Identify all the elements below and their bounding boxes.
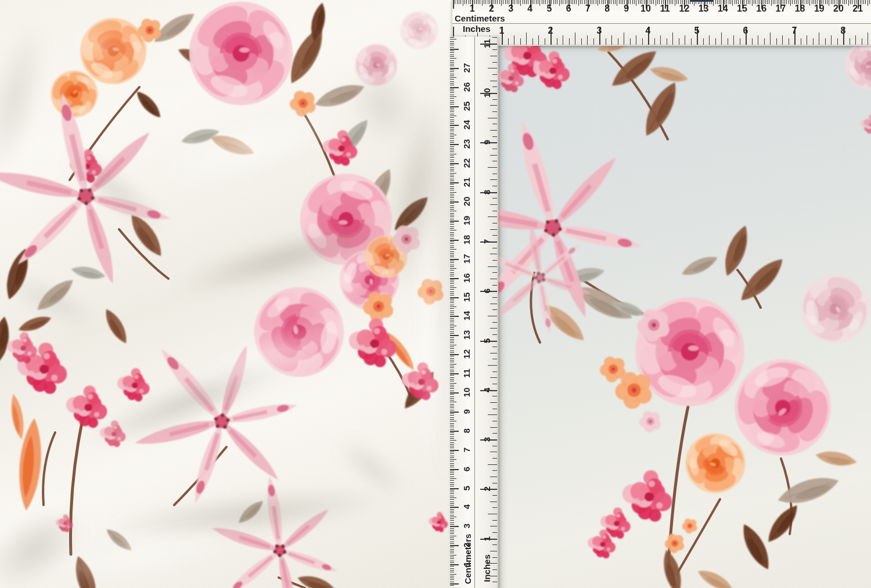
ruler-tick <box>517 0 517 4</box>
ruler-tick <box>450 375 454 376</box>
ruler-tick <box>450 240 459 241</box>
ruler-tick <box>450 572 454 572</box>
ruler-tick <box>450 106 459 107</box>
ruler-tick <box>450 280 454 280</box>
ruler-tick <box>450 370 454 370</box>
ruler-tick <box>542 0 542 4</box>
centimeters-label-vertical: Centimeters <box>463 534 472 585</box>
ruler-tick <box>450 259 459 260</box>
ruler-tick <box>752 38 753 45</box>
ruler-tick <box>593 38 594 45</box>
ruler-tick <box>450 533 454 534</box>
ruler-tick <box>740 38 740 45</box>
ruler-tick <box>505 0 506 4</box>
ruler-tick <box>499 0 500 4</box>
ruler-tick <box>611 35 612 45</box>
ruler-divider-line <box>474 37 475 588</box>
ruler-tick <box>450 444 454 445</box>
ruler-tick <box>450 339 454 340</box>
ruler-number: 26 <box>462 82 471 92</box>
ruler-tick <box>450 120 454 120</box>
ruler-number: 15 <box>462 292 471 302</box>
ruler-number: 1 <box>462 4 482 13</box>
ruler-tick <box>450 136 454 137</box>
ruler-tick <box>450 116 456 116</box>
ruler-tick <box>450 518 454 519</box>
ruler-tick <box>450 257 454 257</box>
ruler-tick <box>450 148 454 149</box>
ruler-tick <box>813 38 814 45</box>
ruler-tick <box>602 0 602 4</box>
ruler-number: 4 <box>462 504 471 509</box>
ruler-tick <box>450 133 454 134</box>
ruler-tick <box>450 182 459 183</box>
ruler-tick <box>450 213 454 214</box>
ruler-tick <box>450 111 454 112</box>
leaf <box>735 253 789 307</box>
ruler-tick <box>450 163 459 164</box>
ruler-tick <box>532 38 533 45</box>
ruler-tick <box>450 79 454 80</box>
carnation-flower <box>861 114 871 135</box>
ruler-tick <box>450 232 454 233</box>
ruler-tick <box>545 0 546 4</box>
ruler-tick <box>450 398 454 399</box>
ruler-tick <box>770 33 771 45</box>
ruler-tick <box>450 394 454 395</box>
leaf <box>648 63 689 85</box>
ruler-tick <box>450 121 454 122</box>
ruler-tick <box>450 492 454 492</box>
ruler-tick <box>603 0 604 4</box>
ruler-tick <box>685 35 685 45</box>
ruler-number: 19 <box>809 4 829 13</box>
ruler-tick <box>450 391 454 391</box>
ruler-tick <box>450 505 454 506</box>
ruler-tick <box>450 200 454 200</box>
lily-flower <box>498 106 663 336</box>
ruler-tick <box>450 179 454 179</box>
ruler-tick <box>450 354 459 355</box>
ruler-tick <box>450 74 454 74</box>
ruler-tick <box>450 249 456 250</box>
ruler-tick <box>450 453 454 454</box>
ruler-tick <box>450 301 454 301</box>
ruler-tick <box>754 0 754 4</box>
ruler-tick <box>450 169 454 169</box>
ruler-tick <box>450 236 454 236</box>
ruler-tick <box>450 568 454 569</box>
ruler-tick <box>526 0 527 4</box>
ruler-tick <box>450 77 456 78</box>
ruler-tick <box>450 574 456 575</box>
ruler-tick <box>618 38 618 45</box>
ruler-tick <box>450 404 454 405</box>
ruler-tick <box>450 157 454 158</box>
ruler-edge-line <box>452 45 871 45</box>
carnation-flower <box>622 470 672 521</box>
ruler-tick <box>831 0 832 4</box>
ruler-tick <box>812 0 812 4</box>
ruler-tick <box>450 58 456 59</box>
ruler-tick <box>450 316 459 317</box>
ruler-tick <box>503 0 503 4</box>
ruler-tick <box>450 367 454 368</box>
ruler-number: 11 <box>483 39 491 48</box>
carnation-flower <box>349 318 397 367</box>
ruler-tick <box>450 270 454 270</box>
ruler-tick <box>563 35 563 45</box>
rose-flower <box>784 258 871 359</box>
ruler-tick <box>450 564 459 565</box>
ruler-tick <box>450 561 454 561</box>
ruler-tick <box>450 477 454 477</box>
ruler-tick <box>450 412 459 413</box>
ruler-tick <box>450 456 454 456</box>
ruler-tick <box>450 215 454 215</box>
ruler-tick <box>450 314 454 315</box>
leaf <box>638 78 683 140</box>
ruler-tick <box>450 503 454 504</box>
leaf <box>33 275 77 316</box>
ruler-number: 18 <box>790 4 810 13</box>
ruler-tick <box>450 100 454 101</box>
ruler-tick <box>450 291 454 292</box>
ruler-tick <box>450 160 454 160</box>
ruler-tick <box>654 38 655 45</box>
